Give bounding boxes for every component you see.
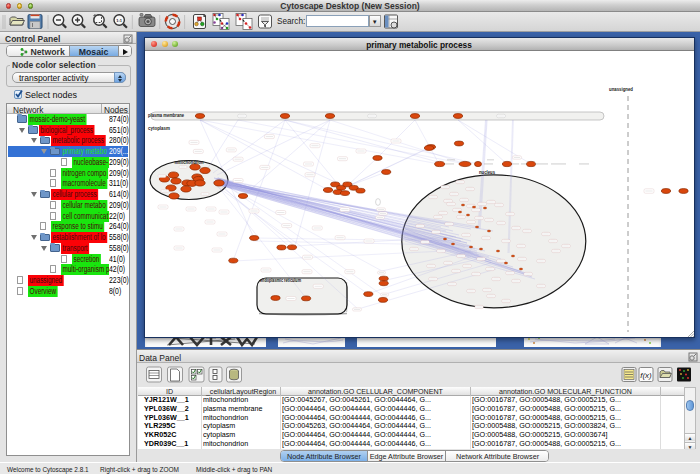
svg-text:f(x): f(x) [640, 371, 652, 380]
svg-text:endoplasmic reticulum: endoplasmic reticulum [260, 278, 301, 283]
svg-text:nucleus: nucleus [479, 169, 495, 174]
svg-text:plasma membrane: plasma membrane [148, 113, 184, 118]
svg-text:mitochondrion: mitochondrion [174, 159, 203, 164]
svg-text:1:1: 1:1 [116, 18, 123, 23]
svg-text:cytoplasm: cytoplasm [148, 126, 171, 131]
svg-text:unassigned: unassigned [609, 87, 633, 92]
